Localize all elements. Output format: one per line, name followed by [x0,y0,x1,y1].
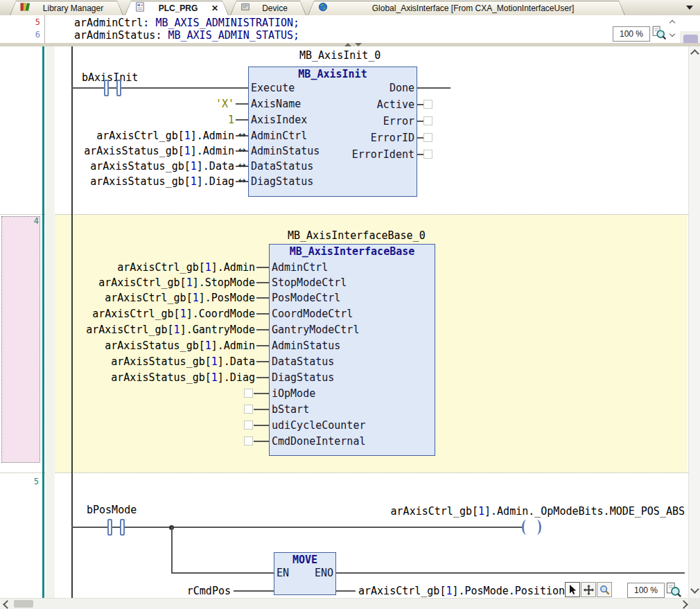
wire [236,119,248,121]
tab-label: PLC_PRG [148,3,208,13]
block-input-pin: AxisName [251,98,301,110]
select-cursor-button[interactable] [565,582,580,597]
inout-arrow-icon: ↔ [238,175,246,186]
tab-label: Device [254,3,296,13]
input-argument[interactable]: arAxisCtrl_gb[1].PosMode [105,292,255,304]
empty-input-box[interactable] [244,405,253,414]
empty-input-box[interactable] [244,436,253,445]
editor-margin-band [46,46,55,598]
block-output-pin: Done [390,82,414,94]
wire [71,527,523,528]
wire [256,329,269,330]
output-argument[interactable]: arAxisCtrl_gb[1].PosMode.Position [358,585,565,597]
output-assignment-box[interactable] [423,150,432,159]
wire [234,590,274,592]
wire [417,87,450,89]
input-argument[interactable]: arAxisCtrl_gb[1].CoordMode [92,308,255,320]
coil-icon[interactable] [532,520,541,535]
inout-arrow-icon: ↔ [238,145,246,155]
coil-label[interactable]: arAxisCtrl_gb[1].Admin._OpModeBits.MODE_… [391,505,685,518]
tab-list-dropdown-icon[interactable] [686,6,693,10]
output-assignment-box[interactable] [423,100,432,109]
network-4-margin-selection[interactable] [1,216,40,463]
output-assignment-box[interactable] [423,116,432,125]
block-input-pin: iOpMode [272,387,315,400]
contact-icon[interactable] [104,80,109,96]
tab-plc-prg[interactable]: PLC_PRG ✕ [125,1,229,15]
input-argument[interactable]: rCmdPos [187,585,231,597]
block-output-pin: Error [383,115,414,127]
input-argument[interactable]: 'X' [216,98,234,110]
block-input-pin: EN [277,567,289,579]
document-tabbar: Library Manager PLC_PRG ✕ Device [0,0,700,16]
declaration-zoom-level[interactable]: 100 % [613,26,650,42]
input-argument[interactable]: arAxisStatus_gb[1].Data [90,160,234,173]
codesys-window: Library Manager PLC_PRG ✕ Device [0,0,700,609]
tab-global-axisinterface[interactable]: Global_AxisInterface [From CXA_MotionInt… [308,1,625,15]
block-output-pin: Active [377,98,414,111]
inout-arrow-icon: ↔ [238,160,246,170]
input-argument[interactable]: arAxisStatus_gb[1].Diag [90,175,234,188]
block-input-pin: udiCycleCounter [272,419,365,432]
output-assignment-box[interactable] [423,133,432,142]
line-number: 6 [21,30,40,39]
scrollbar-corner [688,598,700,609]
block-output-pin: ErrorID [371,132,414,144]
network-number[interactable]: 5 [28,477,39,486]
input-argument[interactable]: arAxisCtrl_gb[1].GantryMode [86,324,255,336]
horizontal-scrollbar[interactable] [0,598,688,609]
input-argument[interactable]: arAxisStatus_gb[1].Data [111,355,255,368]
block-type-name: MB_AxisInit [248,68,417,80]
wire [256,313,269,315]
horizontal-scrollbar-thumb[interactable] [14,600,33,608]
vertical-scrollbar[interactable] [688,46,700,598]
input-argument[interactable]: arAxisStatus_gb[1].Admin [84,145,234,157]
block-instance-label[interactable]: MB_AxisInterfaceBase_0 [288,229,426,242]
globe-icon [318,2,328,15]
block-input-pin: StopModeCtrl [272,276,347,289]
scroll-down-icon[interactable] [670,31,675,37]
magnifier-icon [600,585,610,595]
block-input-pin: CoordModeCtrl [272,308,353,320]
wire [256,345,269,346]
input-argument[interactable]: arAxisCtrl_gb[1].Admin [96,130,234,142]
gutter-separator [44,15,45,43]
pan-button[interactable] [581,582,596,597]
zoom-fit-icon[interactable] [651,25,667,43]
wire [336,572,685,574]
pan-icon [584,585,594,595]
input-argument[interactable]: arAxisCtrl_gb[1].Admin [117,261,255,274]
close-icon[interactable]: ✕ [211,3,218,13]
wire [256,267,269,268]
editor-zoom-level[interactable]: 100 % [627,583,665,598]
coil-icon[interactable] [522,520,531,535]
block-input-pin: DiagStatus [251,175,313,188]
network-number[interactable]: 4 [28,216,39,226]
empty-input-box[interactable] [244,389,253,398]
tab-library-manager[interactable]: Library Manager [10,1,123,15]
declaration-line[interactable]: arAdminStatus: MB_AXIS_ADMIN_STATUS; [74,29,299,42]
contact-icon[interactable] [120,519,125,536]
empty-input-box[interactable] [244,421,253,430]
input-argument[interactable]: arAxisStatus_gb[1].Diag [111,371,255,384]
zoom-tool-button[interactable] [597,582,612,597]
declaration-editor[interactable]: 5 6 arAdminCtrl: MB_AXIS_ADMINISTRATION;… [0,15,700,43]
block-instance-label[interactable]: MB_AxisInit_0 [299,49,380,62]
declaration-line[interactable]: arAdminCtrl: MB_AXIS_ADMINISTRATION; [74,17,299,29]
input-argument[interactable]: arAxisCtrl_gb[1].StopMode [98,276,255,289]
wire [256,377,269,378]
block-input-pin: Execute [251,82,295,94]
input-argument[interactable]: 1 [228,114,234,126]
tab-device[interactable]: Device [230,1,306,15]
block-input-pin: AdminCtrl [251,130,307,142]
input-argument[interactable]: arAxisStatus_gb[1].Admin [105,339,255,352]
contact-label[interactable]: bPosMode [87,504,137,516]
contact-icon[interactable] [116,80,121,96]
contact-icon[interactable] [107,519,112,536]
contact-label[interactable]: bAxisInit [82,71,138,84]
wire [254,441,269,442]
scroll-up-icon[interactable] [670,20,675,26]
library-books-icon [20,2,30,15]
wire [171,527,173,574]
wire [254,409,269,410]
